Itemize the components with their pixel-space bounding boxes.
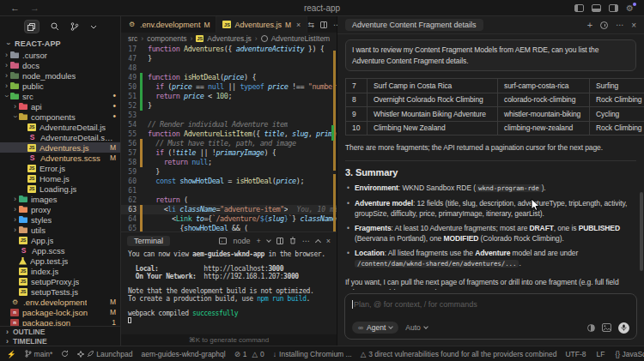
code-line-54[interactable]: 54// Render individual Adventure item xyxy=(121,120,337,129)
encoding-indicator[interactable]: UTF-8 xyxy=(565,350,586,358)
tree-item-AdventureDetail.js[interactable]: JSAdventureDetail.js xyxy=(0,122,120,132)
tree-item-AdventureDetail.scss[interactable]: SAdventureDetail.scss xyxy=(0,132,120,142)
tree-item-Home.js[interactable]: JSHome.js xyxy=(0,173,120,184)
remote-indicator-icon[interactable]: ⚡ xyxy=(7,350,16,358)
tree-item-styles[interactable]: styles xyxy=(0,214,120,225)
code-editor[interactable]: 17function Adventures({ adventureActivit… xyxy=(121,44,337,232)
tree-item-Error.js[interactable]: JSError.js xyxy=(0,163,120,173)
git-branch-indicator[interactable]: main* xyxy=(25,350,53,358)
terminal-output[interactable]: You can now view aem-guides-wknd-app in … xyxy=(121,249,337,334)
tree-item-public[interactable]: public xyxy=(0,81,120,91)
terminal-more-icon[interactable]: ⋯ xyxy=(302,237,310,245)
new-chat-icon[interactable]: + xyxy=(587,20,592,30)
split-terminal-icon[interactable] xyxy=(276,238,283,244)
chat-input-box[interactable]: ∞ Agent Auto xyxy=(344,293,637,340)
agent-mode-selector[interactable]: ∞ Agent xyxy=(352,322,398,334)
code-line-55[interactable]: 55function AdventureListItem({ title, sl… xyxy=(121,129,337,139)
close-panel-icon[interactable]: × xyxy=(326,237,331,245)
sync-changes-icon[interactable] xyxy=(61,350,69,358)
tab-adventures-js[interactable]: JS Adventures.js M × xyxy=(216,16,307,33)
attach-image-icon[interactable] xyxy=(602,323,611,332)
tree-item-package-lock.json[interactable]: npackage-lock.jsonM xyxy=(0,307,120,317)
tree-item-Adventures.js[interactable]: JSAdventures.jsM xyxy=(0,142,120,153)
tree-item-setupTests.js[interactable]: JSsetupTests.js xyxy=(0,286,120,297)
source-control-icon[interactable] xyxy=(70,22,79,31)
timeline-section[interactable]: TIMELINE xyxy=(0,336,120,346)
settings-gear-icon[interactable]: ⚙ xyxy=(626,4,634,12)
context-usage-icon[interactable] xyxy=(587,324,595,332)
chat-session-title[interactable]: Adventure Content Fragment details xyxy=(345,19,483,31)
code-line-58[interactable]: 58 return null; xyxy=(121,158,337,167)
eol-indicator[interactable]: LF xyxy=(597,350,605,358)
kill-terminal-icon[interactable] xyxy=(289,237,296,244)
launchpad-button[interactable]: Launchpad xyxy=(77,350,132,358)
tree-item-src[interactable]: src• xyxy=(0,91,120,101)
tree-item-Loading.js[interactable]: JSLoading.js xyxy=(0,184,120,194)
open-changes-icon[interactable]: ⇆ xyxy=(307,21,314,29)
terminal-tab[interactable]: Terminal xyxy=(127,236,170,246)
project-name[interactable]: aem-guides-wknd-graphql xyxy=(141,350,225,358)
code-line-17[interactable]: 17function Adventures({ adventureActivit… xyxy=(121,45,337,54)
breadcrumb[interactable]: src› components› JS Adventures.js› Adven… xyxy=(121,33,337,44)
new-terminal-icon[interactable]: + xyxy=(256,237,260,245)
close-chat-icon[interactable]: × xyxy=(631,21,636,30)
tree-item-.cursor[interactable]: .cursor xyxy=(0,50,120,60)
tree-item-components[interactable]: components• xyxy=(0,111,120,122)
tree-item-setupProxy.js[interactable]: JSsetupProxy.js xyxy=(0,276,120,286)
model-selector[interactable]: Auto xyxy=(405,323,428,332)
terminal-dropdown-icon[interactable] xyxy=(266,238,271,243)
tree-item-node_modules[interactable]: node_modules xyxy=(0,70,120,81)
search-icon[interactable] xyxy=(51,22,59,31)
maximize-panel-icon[interactable] xyxy=(315,238,321,244)
code-line-56[interactable]: 56 // Must have title, path, and image xyxy=(121,139,337,148)
chat-more-icon[interactable]: ⋯ xyxy=(616,21,623,29)
tree-item-images[interactable]: images xyxy=(0,194,120,204)
code-line-48[interactable]: 48 xyxy=(121,63,337,73)
tree-item-App.js[interactable]: JSApp.js xyxy=(0,235,120,245)
code-line-63[interactable]: 63 <li className="adventure-item">You, 1… xyxy=(121,205,337,214)
installing-status[interactable]: ↓ Installing Chromium ... xyxy=(273,350,352,358)
code-line-57[interactable]: 57 if (!title || !primaryImage) { xyxy=(121,148,337,158)
close-tab-icon[interactable]: × xyxy=(296,21,301,29)
code-line-64[interactable]: 64 <Link to={`/adventure/${slug}`} class… xyxy=(121,214,337,224)
tree-item-.env.development[interactable]: ⚙.env.developmentM xyxy=(0,297,120,307)
split-editor-icon[interactable] xyxy=(320,21,327,28)
more-views-chevron-icon[interactable] xyxy=(90,23,97,30)
tree-item-package.json[interactable]: npackage.json1 xyxy=(0,317,120,326)
code-line-52[interactable]: 52} xyxy=(121,101,337,111)
workspace-root[interactable]: REACT-APP xyxy=(0,37,120,50)
explorer-view-icon[interactable] xyxy=(24,20,39,33)
history-forward-icon[interactable]: → xyxy=(30,3,39,13)
problems-indicator[interactable]: ⊘ 1 △ 0 xyxy=(234,350,264,358)
outline-section[interactable]: OUTLINE xyxy=(0,327,120,336)
chat-prompt-input[interactable] xyxy=(354,300,629,309)
code-line-61[interactable]: 61 xyxy=(121,186,337,196)
code-line-59[interactable]: 59 } xyxy=(121,167,337,177)
code-line-50[interactable]: 50 if (price == null || typeof price !==… xyxy=(121,82,337,92)
history-back-icon[interactable]: ← xyxy=(10,3,20,13)
tree-item-utils[interactable]: utils xyxy=(0,225,120,235)
code-line-62[interactable]: 62 return ( xyxy=(121,196,337,205)
toggle-right-panel-icon[interactable] xyxy=(609,4,618,12)
tree-item-docs[interactable]: docs xyxy=(0,60,120,70)
code-line-51[interactable]: 51 return price < 100; xyxy=(121,92,337,101)
tree-item-proxy[interactable]: proxy xyxy=(0,204,120,214)
vulnerabilities-status[interactable]: △ 3 direct vulnerabilities found for all… xyxy=(361,350,557,358)
chat-scrollbar[interactable] xyxy=(640,192,643,271)
tree-item-App.scss[interactable]: SApp.scss xyxy=(0,245,120,256)
language-mode[interactable]: {} JavaScript xyxy=(615,350,644,358)
tree-item-Adventures.scss[interactable]: SAdventures.scssM xyxy=(0,153,120,163)
tree-item-index.js[interactable]: JSindex.js xyxy=(0,266,120,276)
tree-item-App.test.js[interactable]: App.test.js xyxy=(0,256,120,266)
toggle-left-panel-icon[interactable] xyxy=(574,4,584,12)
code-line-60[interactable]: 60 const showHotDeal = isHotDeal(price); xyxy=(121,177,337,186)
voice-input-icon[interactable] xyxy=(618,322,629,334)
tab-env-development[interactable]: ⚙ .env.development M xyxy=(121,16,216,33)
toggle-bottom-panel-icon[interactable] xyxy=(592,4,601,12)
chat-history-icon[interactable] xyxy=(600,21,608,29)
code-line-65[interactable]: 65 {showHotDeal && ( xyxy=(121,224,337,232)
code-line-47[interactable]: 47} xyxy=(121,54,337,63)
code-line-53[interactable]: 53 xyxy=(121,111,337,120)
tree-item-api[interactable]: api• xyxy=(0,101,120,111)
code-line-49[interactable]: 49function isHotDeal(price) { xyxy=(121,73,337,82)
